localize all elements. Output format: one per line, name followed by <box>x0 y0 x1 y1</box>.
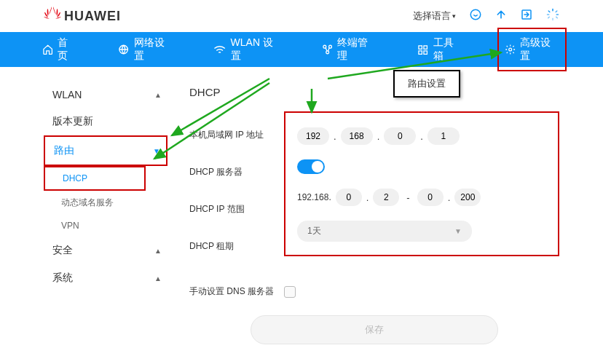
row-dhcp-range: 192.168. . - . <box>297 189 546 206</box>
sidebar-sub-ddns-label: 动态域名服务 <box>61 197 114 207</box>
chevron-down-icon: ▼ <box>153 147 160 155</box>
dhcp-form-panel: . . . 192.168. . <box>284 111 559 256</box>
svg-rect-16 <box>419 51 422 54</box>
chevron-up-icon: ▲ <box>154 247 162 255</box>
dhcp-server-toggle[interactable] <box>297 159 325 174</box>
sidebar-group-security[interactable]: 安全 ▲ <box>44 237 168 264</box>
sidebar-label-wlan: WLAN <box>52 89 82 100</box>
lan-ip-octet-2[interactable] <box>341 127 373 145</box>
dhcp-lease-select[interactable]: 1天 ▼ <box>297 221 472 242</box>
label-manual-dns: 手动设置 DNS 服务器 <box>189 285 284 298</box>
label-lan-ip: 本机局域网 IP 地址 <box>189 129 284 141</box>
nav-terminal-label: 终端管理 <box>337 36 377 63</box>
svg-rect-14 <box>419 46 422 49</box>
logo: HUAWEI <box>44 7 121 25</box>
sidebar-label-system: 系统 <box>52 272 73 285</box>
svg-rect-15 <box>424 46 427 49</box>
sidebar-label-version: 版本更新 <box>52 115 93 128</box>
sidebar-sub-vpn[interactable]: VPN <box>44 215 168 237</box>
svg-rect-9 <box>555 10 558 13</box>
label-dhcp-range: DHCP IP 范围 <box>189 203 284 215</box>
range-c[interactable] <box>417 189 444 206</box>
lan-ip-octet-1[interactable] <box>297 127 329 145</box>
chevron-up-icon: ▲ <box>154 91 162 99</box>
label-dhcp-server: DHCP 服务器 <box>189 166 284 178</box>
sidebar: WLAN ▲ 版本更新 路由 ▼ DHCP 动态域名服务 VPN 安全 ▲ 系统… <box>44 74 168 364</box>
nav-home[interactable]: 首页 <box>36 29 83 70</box>
lease-value: 1天 <box>307 225 321 237</box>
svg-rect-2 <box>552 9 553 12</box>
row-lan-ip: . . . <box>297 127 546 145</box>
language-label: 选择语言 <box>413 9 451 23</box>
sidebar-sub-dhcp-label: DHCP <box>63 173 87 183</box>
svg-rect-8 <box>548 16 551 19</box>
dot-icon: . <box>377 131 380 142</box>
nav-tools-label: 工具箱 <box>433 36 462 63</box>
huawei-logo-icon <box>44 7 61 25</box>
range-a[interactable] <box>336 189 362 206</box>
callout-route-settings: 路由设置 <box>393 70 460 98</box>
svg-point-18 <box>509 48 512 51</box>
nav-advanced-label: 高级设置 <box>520 36 559 63</box>
label-dhcp-lease: DHCP 租期 <box>189 240 284 253</box>
logout-icon[interactable] <box>520 8 533 24</box>
nav-network-label: 网络设置 <box>134 36 173 63</box>
loading-icon[interactable] <box>546 8 559 24</box>
range-d[interactable] <box>454 189 481 206</box>
sidebar-sub-dhcp[interactable]: DHCP <box>44 166 146 191</box>
save-button[interactable]: 保存 <box>251 315 498 344</box>
nav-network[interactable]: 网络设置 <box>112 29 178 70</box>
nav-wlan[interactable]: WLAN 设置 <box>208 29 287 70</box>
row-manual-dns: 手动设置 DNS 服务器 <box>189 274 559 315</box>
sidebar-group-wlan[interactable]: WLAN ▲ <box>44 82 168 108</box>
range-b[interactable] <box>373 189 399 206</box>
nav-tools[interactable]: 工具箱 <box>411 29 468 70</box>
brand-text: HUAWEI <box>64 9 121 24</box>
svg-rect-17 <box>424 51 427 54</box>
nav-advanced[interactable]: 高级设置 <box>497 28 567 71</box>
svg-rect-6 <box>548 10 551 13</box>
chevron-up-icon: ▲ <box>154 274 162 282</box>
sidebar-label-route: 路由 <box>54 144 74 157</box>
sidebar-group-route[interactable]: 路由 ▼ <box>44 135 168 166</box>
dot-icon: . <box>420 131 423 142</box>
svg-rect-7 <box>556 16 559 19</box>
nav-wlan-label: WLAN 设置 <box>231 36 282 63</box>
lan-ip-octet-4[interactable] <box>427 127 460 145</box>
chevron-down-icon: ▼ <box>454 227 462 235</box>
sidebar-group-version[interactable]: 版本更新 <box>44 108 168 135</box>
nav-home-label: 首页 <box>58 36 77 63</box>
lan-ip-octet-3[interactable] <box>384 127 416 145</box>
nav-terminal[interactable]: 终端管理 <box>316 29 382 70</box>
upload-icon[interactable] <box>495 9 507 23</box>
dot-icon: . <box>366 192 369 203</box>
svg-rect-5 <box>556 14 559 15</box>
header-right: 选择语言 ▾ <box>413 8 559 24</box>
main-nav: 首页 网络设置 WLAN 设置 终端管理 工具箱 高级设置 <box>0 32 603 67</box>
svg-rect-3 <box>552 18 553 21</box>
sidebar-group-system[interactable]: 系统 ▲ <box>44 264 168 292</box>
dot-icon: . <box>448 192 451 203</box>
content-body: WLAN ▲ 版本更新 路由 ▼ DHCP 动态域名服务 VPN 安全 ▲ 系统… <box>0 67 603 364</box>
row-dhcp-lease: 1天 ▼ <box>297 221 546 242</box>
row-dhcp-server <box>297 159 546 174</box>
svg-rect-4 <box>547 14 550 15</box>
sidebar-sub-ddns[interactable]: 动态域名服务 <box>44 191 168 215</box>
dash-icon: - <box>406 192 409 203</box>
main-content: 路由设置 DHCP 本机局域网 IP 地址 DHCP 服务器 DHCP IP 范… <box>168 74 603 364</box>
chevron-down-icon: ▾ <box>452 12 456 20</box>
sidebar-sub-vpn-label: VPN <box>61 221 79 231</box>
range-prefix: 192.168. <box>297 192 331 202</box>
svg-point-0 <box>470 9 481 20</box>
sidebar-label-security: 安全 <box>52 244 73 257</box>
page-title: DHCP <box>189 82 559 111</box>
dot-icon: . <box>334 131 336 142</box>
language-selector[interactable]: 选择语言 ▾ <box>413 9 456 23</box>
chat-icon[interactable] <box>469 8 482 24</box>
manual-dns-checkbox[interactable] <box>284 286 296 298</box>
